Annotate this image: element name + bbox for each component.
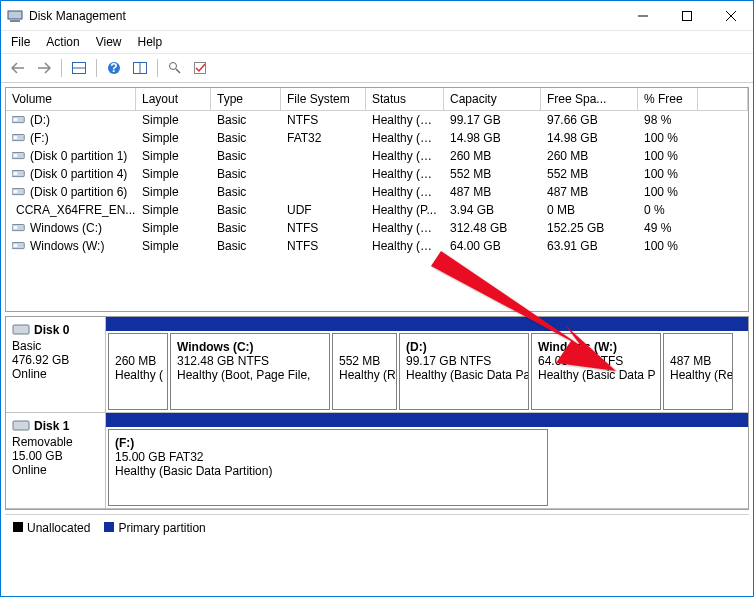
cell-status: Healthy (B... <box>366 112 444 128</box>
legend-unallocated: Unallocated <box>13 521 90 535</box>
partition[interactable]: 552 MBHealthy (R <box>332 333 397 410</box>
disk-row: Disk 1Removable15.00 GBOnline(F:)15.00 G… <box>6 413 748 509</box>
svg-rect-20 <box>14 154 18 157</box>
col-layout[interactable]: Layout <box>136 88 211 110</box>
partition-status: Healthy ( <box>115 368 161 382</box>
cell-pct: 49 % <box>638 220 698 236</box>
partition-size: 99.17 GB NTFS <box>406 354 522 368</box>
partition[interactable]: (F:)15.00 GB FAT32Healthy (Basic Data Pa… <box>108 429 548 506</box>
partition[interactable]: 260 MBHealthy ( <box>108 333 168 410</box>
volume-row[interactable]: (Disk 0 partition 4)SimpleBasicHealthy (… <box>6 165 748 183</box>
disk-label: Disk 0 <box>34 323 69 337</box>
volume-row[interactable]: CCRA_X64FRE_EN...SimpleBasicUDFHealthy (… <box>6 201 748 219</box>
partition-size: 312.48 GB NTFS <box>177 354 323 368</box>
cell-type: Basic <box>211 112 281 128</box>
cell-capacity: 260 MB <box>444 148 541 164</box>
disk-stripe <box>106 413 748 427</box>
menu-file[interactable]: File <box>11 35 30 49</box>
cell-fs: UDF <box>281 202 366 218</box>
col-fs[interactable]: File System <box>281 88 366 110</box>
cell-layout: Simple <box>136 238 211 254</box>
svg-rect-16 <box>14 118 18 121</box>
cell-type: Basic <box>211 220 281 236</box>
panel-icon[interactable] <box>68 57 90 79</box>
partition-size: 487 MB <box>670 354 726 368</box>
cell-status: Healthy (B... <box>366 220 444 236</box>
cell-layout: Simple <box>136 202 211 218</box>
volume-name: (Disk 0 partition 4) <box>30 167 127 181</box>
check-icon[interactable] <box>190 57 212 79</box>
volume-row[interactable]: (Disk 0 partition 6)SimpleBasicHealthy (… <box>6 183 748 201</box>
cell-capacity: 552 MB <box>444 166 541 182</box>
volume-list[interactable]: Volume Layout Type File System Status Ca… <box>5 87 749 312</box>
cell-fs: FAT32 <box>281 130 366 146</box>
cell-free: 97.66 GB <box>541 112 638 128</box>
cell-capacity: 14.98 GB <box>444 130 541 146</box>
svg-point-12 <box>170 63 177 70</box>
forward-button[interactable] <box>33 57 55 79</box>
disk-info[interactable]: Disk 1Removable15.00 GBOnline <box>6 413 106 508</box>
cell-pct: 100 % <box>638 130 698 146</box>
help-icon[interactable]: ? <box>103 57 125 79</box>
cell-status: Healthy (R... <box>366 166 444 182</box>
partition-title: Windows (C:) <box>177 340 323 354</box>
cell-layout: Simple <box>136 130 211 146</box>
cell-fs <box>281 148 366 164</box>
partition-status: Healthy (Re <box>670 368 726 382</box>
cell-pct: 100 % <box>638 148 698 164</box>
col-pct[interactable]: % Free <box>638 88 698 110</box>
partition-title: Windows (W:) <box>538 340 654 354</box>
col-capacity[interactable]: Capacity <box>444 88 541 110</box>
panel2-icon[interactable] <box>129 57 151 79</box>
cell-capacity: 64.00 GB <box>444 238 541 254</box>
svg-rect-28 <box>14 226 18 229</box>
volume-row[interactable]: (F:)SimpleBasicFAT32Healthy (B...14.98 G… <box>6 129 748 147</box>
partition-size: 260 MB <box>115 354 161 368</box>
cell-layout: Simple <box>136 112 211 128</box>
partition[interactable]: 487 MBHealthy (Re <box>663 333 733 410</box>
menu-help[interactable]: Help <box>138 35 163 49</box>
col-type[interactable]: Type <box>211 88 281 110</box>
volume-name: (Disk 0 partition 1) <box>30 149 127 163</box>
disk-stripe <box>106 317 748 331</box>
col-status[interactable]: Status <box>366 88 444 110</box>
partition-status: Healthy (R <box>339 368 390 382</box>
volume-row[interactable]: (Disk 0 partition 1)SimpleBasicHealthy (… <box>6 147 748 165</box>
maximize-button[interactable] <box>665 1 709 30</box>
cell-capacity: 3.94 GB <box>444 202 541 218</box>
back-button[interactable] <box>7 57 29 79</box>
col-free[interactable]: Free Spa... <box>541 88 638 110</box>
close-button[interactable] <box>709 1 753 30</box>
partition-size: 552 MB <box>339 354 390 368</box>
svg-text:?: ? <box>110 61 117 75</box>
disk-label: Disk 1 <box>34 419 69 433</box>
partition[interactable]: (D:)99.17 GB NTFSHealthy (Basic Data Pa <box>399 333 529 410</box>
cell-type: Basic <box>211 184 281 200</box>
volume-name: CCRA_X64FRE_EN... <box>16 203 135 217</box>
svg-line-13 <box>176 69 180 73</box>
partition[interactable]: Windows (W:)64.00 GB NTFSHealthy (Basic … <box>531 333 661 410</box>
app-icon <box>7 8 23 24</box>
cell-free: 63.91 GB <box>541 238 638 254</box>
minimize-button[interactable] <box>621 1 665 30</box>
disk-status: Online <box>12 367 99 381</box>
volume-row[interactable]: Windows (C:)SimpleBasicNTFSHealthy (B...… <box>6 219 748 237</box>
volume-name: (Disk 0 partition 6) <box>30 185 127 199</box>
partition[interactable]: Windows (C:)312.48 GB NTFSHealthy (Boot,… <box>170 333 330 410</box>
cell-fs <box>281 166 366 182</box>
cell-free: 487 MB <box>541 184 638 200</box>
svg-rect-31 <box>13 325 29 334</box>
menu-view[interactable]: View <box>96 35 122 49</box>
col-volume[interactable]: Volume <box>6 88 136 110</box>
volume-row[interactable]: Windows (W:)SimpleBasicNTFSHealthy (B...… <box>6 237 748 255</box>
menu-action[interactable]: Action <box>46 35 79 49</box>
svg-rect-18 <box>14 136 18 139</box>
volume-row[interactable]: (D:)SimpleBasicNTFSHealthy (B...99.17 GB… <box>6 111 748 129</box>
disk-type: Basic <box>12 339 99 353</box>
disk-info[interactable]: Disk 0Basic476.92 GBOnline <box>6 317 106 412</box>
search-icon[interactable] <box>164 57 186 79</box>
partition-size: 15.00 GB FAT32 <box>115 450 541 464</box>
cell-layout: Simple <box>136 220 211 236</box>
cell-layout: Simple <box>136 184 211 200</box>
cell-type: Basic <box>211 148 281 164</box>
